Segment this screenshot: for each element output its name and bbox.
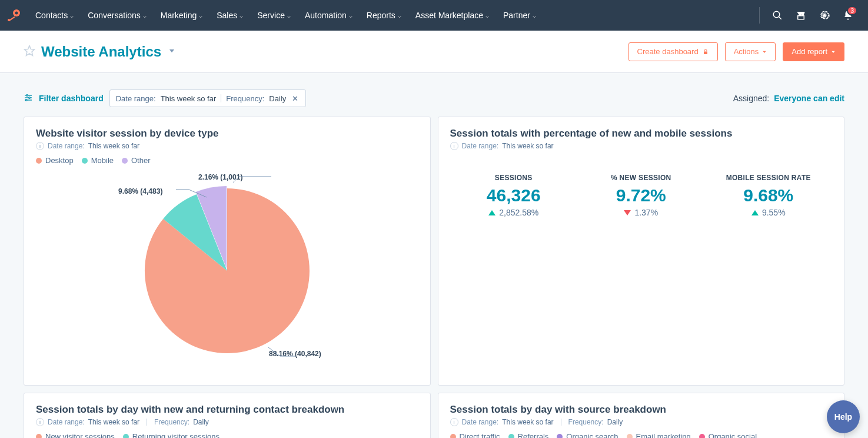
pie-label-mobile: 9.68% (4,483) bbox=[118, 187, 162, 195]
nav-automation[interactable]: Automation⌵ bbox=[298, 0, 360, 31]
card-title: Website visitor session by device type bbox=[36, 128, 418, 140]
legend-dot-icon bbox=[508, 434, 514, 439]
pie-label-desktop: 88.16% (40,842) bbox=[269, 350, 321, 358]
marketplace-button[interactable] bbox=[790, 5, 812, 26]
legend-item[interactable]: Desktop bbox=[36, 156, 74, 165]
kpi-label: SESSIONS bbox=[450, 174, 578, 182]
pie-chart: 2.16% (1,001) 9.68% (4,483) 88.16% (40,8… bbox=[36, 165, 418, 377]
legend-dot-icon bbox=[122, 158, 128, 164]
svg-point-16 bbox=[29, 97, 31, 98]
assigned-link[interactable]: Everyone can edit bbox=[774, 94, 844, 103]
legend-dot-icon bbox=[123, 434, 129, 439]
sliders-icon bbox=[24, 93, 33, 104]
filter-right: Assigned: Everyone can edit bbox=[733, 94, 844, 103]
legend-item[interactable]: Direct traffic bbox=[450, 432, 500, 438]
filter-bar: Filter dashboard Date range: This week s… bbox=[0, 73, 868, 114]
create-dashboard-button[interactable]: Create dashboard bbox=[628, 42, 718, 61]
pill-date-val: This week so far bbox=[161, 94, 217, 103]
legend-dot-icon bbox=[699, 434, 705, 439]
notification-badge: 3 bbox=[847, 6, 857, 15]
card-meta: i Date range: This week so far Frequency… bbox=[450, 418, 833, 426]
legend: Direct traffic Referrals Organic search … bbox=[450, 432, 833, 438]
settings-button[interactable] bbox=[814, 5, 835, 26]
pill-date-key: Date range: bbox=[116, 94, 156, 103]
chevron-down-icon: ⌵ bbox=[240, 12, 243, 19]
page-header: Website Analytics Create dashboard Actio… bbox=[0, 31, 868, 73]
clear-filter-icon[interactable]: ✕ bbox=[291, 94, 300, 103]
chevron-down-icon: ⌵ bbox=[143, 12, 147, 19]
pie-label-other: 2.16% (1,001) bbox=[198, 173, 242, 181]
kpi-mobile-rate: MOBILE SESSION RATE 9.68% 9.55% bbox=[705, 174, 833, 218]
filter-dashboard-link[interactable]: Filter dashboard bbox=[39, 94, 104, 103]
kpi-label: % NEW SESSION bbox=[577, 174, 705, 182]
svg-point-7 bbox=[823, 14, 826, 17]
actions-button[interactable]: Actions bbox=[725, 42, 776, 61]
svg-point-3 bbox=[8, 19, 10, 21]
legend-item[interactable]: Other bbox=[122, 156, 151, 165]
search-icon bbox=[772, 10, 783, 21]
legend: Desktop Mobile Other bbox=[36, 156, 418, 165]
trend-up-icon bbox=[751, 210, 759, 215]
svg-marker-11 bbox=[763, 51, 766, 52]
nav-sales[interactable]: Sales⌵ bbox=[209, 0, 250, 31]
kpi-delta: 2,852.58% bbox=[488, 208, 538, 217]
svg-rect-10 bbox=[704, 51, 707, 54]
legend-item[interactable]: Email marketing bbox=[627, 432, 691, 438]
title-dropdown-icon[interactable] bbox=[167, 46, 177, 58]
filter-pill[interactable]: Date range: This week so far Frequency: … bbox=[109, 89, 307, 107]
card-source-breakdown[interactable]: Session totals by day with source breakd… bbox=[438, 393, 845, 438]
divider bbox=[561, 419, 561, 426]
nav-contacts[interactable]: Contacts⌵ bbox=[28, 0, 81, 31]
legend-item[interactable]: Referrals bbox=[508, 432, 549, 438]
kpi-value: 9.72% bbox=[577, 185, 705, 205]
notifications-button[interactable]: 3 bbox=[837, 5, 859, 26]
nav-conversations[interactable]: Conversations⌵ bbox=[81, 0, 154, 31]
chevron-down-icon: ⌵ bbox=[349, 12, 352, 19]
nav-service[interactable]: Service⌵ bbox=[250, 0, 298, 31]
lock-icon bbox=[702, 48, 709, 55]
legend-item[interactable]: New visitor sessions bbox=[36, 432, 115, 438]
legend-item[interactable]: Mobile bbox=[82, 156, 114, 165]
caret-down-icon bbox=[762, 49, 767, 54]
legend-item[interactable]: Organic search bbox=[557, 432, 618, 438]
help-button[interactable]: Help bbox=[827, 400, 860, 433]
info-icon[interactable]: i bbox=[36, 142, 44, 150]
nav-asset-marketplace[interactable]: Asset Marketplace⌵ bbox=[408, 0, 496, 31]
legend-item[interactable]: Organic social bbox=[699, 432, 757, 438]
svg-marker-8 bbox=[25, 45, 35, 55]
divider bbox=[147, 419, 147, 426]
marketplace-icon bbox=[796, 10, 806, 21]
trend-up-icon bbox=[488, 210, 495, 215]
kpi-value: 46,326 bbox=[450, 185, 578, 205]
svg-point-14 bbox=[26, 94, 28, 96]
nav-reports[interactable]: Reports⌵ bbox=[360, 0, 408, 31]
search-button[interactable] bbox=[767, 5, 788, 26]
chevron-down-icon: ⌵ bbox=[533, 12, 536, 19]
info-icon[interactable]: i bbox=[450, 142, 458, 150]
info-icon[interactable]: i bbox=[450, 418, 458, 426]
caret-down-icon bbox=[831, 49, 836, 54]
legend-dot-icon bbox=[82, 158, 88, 164]
page-title[interactable]: Website Analytics bbox=[41, 44, 161, 60]
card-new-returning[interactable]: Session totals by day with new and retur… bbox=[24, 393, 431, 438]
card-title: Session totals by day with new and retur… bbox=[36, 404, 418, 416]
nav-partner[interactable]: Partner⌵ bbox=[496, 0, 543, 31]
card-device-type[interactable]: Website visitor session by device type i… bbox=[24, 117, 431, 386]
add-report-button[interactable]: Add report bbox=[783, 42, 844, 61]
kpi-delta: 9.55% bbox=[751, 208, 786, 217]
hubspot-logo[interactable] bbox=[0, 0, 28, 31]
favorite-star-icon[interactable] bbox=[24, 45, 35, 59]
chevron-down-icon: ⌵ bbox=[287, 12, 291, 19]
nav-right: 3 bbox=[754, 5, 863, 26]
legend-dot-icon bbox=[36, 434, 42, 439]
legend-item[interactable]: Returning visitor sessions bbox=[123, 432, 220, 438]
kpi-row: SESSIONS 46,326 2,852.58% % NEW SESSION … bbox=[450, 174, 833, 218]
info-icon[interactable]: i bbox=[36, 418, 44, 426]
nav-marketing[interactable]: Marketing⌵ bbox=[154, 0, 209, 31]
kpi-value: 9.68% bbox=[705, 185, 833, 205]
svg-marker-12 bbox=[832, 51, 834, 52]
divider bbox=[221, 94, 221, 102]
card-session-totals[interactable]: Session totals with percentage of new an… bbox=[438, 117, 845, 386]
legend-dot-icon bbox=[450, 434, 456, 439]
dashboard-grid: Website visitor session by device type i… bbox=[0, 114, 868, 438]
